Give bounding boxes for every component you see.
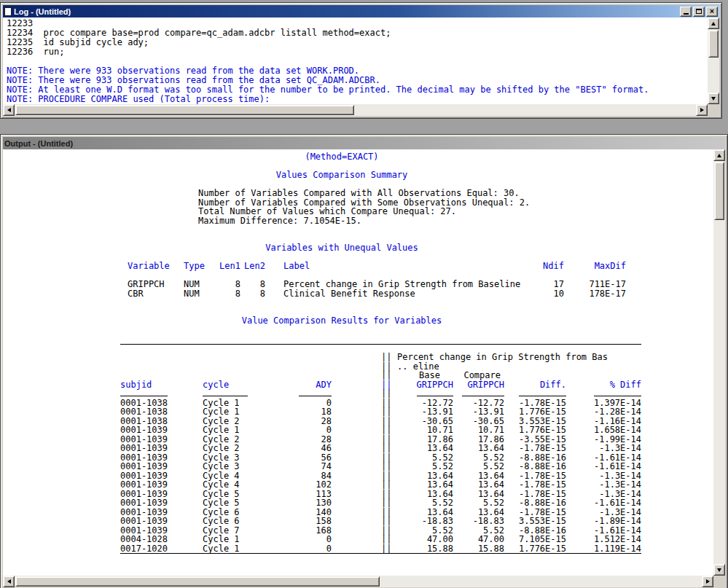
- cell-separator: ||: [332, 435, 415, 444]
- col-len1: Len1: [216, 262, 240, 271]
- cell-separator: ||: [332, 471, 415, 481]
- results-table-row: 0001-1038Cycle 118||-13.91-13.911.776E-1…: [120, 407, 713, 417]
- restore-icon: [696, 9, 702, 14]
- group-header-text: Percent change in Grip Strength from Bas: [397, 353, 641, 362]
- summary-line: Maximum Difference: 7.1054E-15.: [198, 216, 713, 226]
- log-vertical-scrollbar[interactable]: [708, 17, 719, 104]
- output-titlebar[interactable]: Output - (Untitled): [3, 137, 725, 149]
- cell-pct-diff: 1.119E-14: [566, 544, 641, 554]
- cell-cycle: Cycle 5: [203, 498, 262, 508]
- cell-separator: ||: [332, 508, 415, 517]
- log-titlebar[interactable]: Log - (Untitled) ×: [3, 5, 719, 17]
- cell-subjid: 0017-1020: [120, 544, 203, 554]
- cell-separator: ||: [332, 498, 415, 508]
- cell-base-grippch: 47.00: [415, 535, 453, 544]
- cell-cycle: Cycle 4: [203, 480, 262, 490]
- unequal-table-row: GRIPPCHNUM88Percent change in Grip Stren…: [128, 280, 713, 289]
- cell-diff: 7.105E-15: [504, 535, 566, 544]
- scroll-left-button[interactable]: [3, 576, 15, 587]
- arrow-down-icon: [711, 97, 716, 101]
- output-content[interactable]: (Method=EXACT) Values Comparison Summary…: [3, 149, 713, 576]
- cell-compare-grippch: 5.52: [453, 462, 504, 471]
- cell-pct-diff: -1.28E-14: [566, 407, 641, 417]
- scroll-thumb[interactable]: [15, 576, 380, 587]
- scroll-track[interactable]: [708, 29, 719, 93]
- scroll-left-button[interactable]: [3, 104, 15, 116]
- arrow-right-icon: [706, 579, 710, 584]
- scroll-right-button[interactable]: [702, 576, 713, 587]
- cell-base-grippch: -18.83: [415, 517, 453, 526]
- cell-cycle: Cycle 2: [203, 444, 262, 453]
- cell-pct-diff: -1.61E-14: [566, 462, 641, 471]
- cell-pct-diff: -1.61E-14: [566, 498, 641, 508]
- cell-ady: 28: [262, 417, 332, 426]
- scroll-track[interactable]: [15, 104, 696, 116]
- scroll-thumb[interactable]: [714, 162, 724, 220]
- cell-ady: 168: [262, 526, 332, 536]
- cell-compare-grippch: 5.52: [453, 498, 504, 508]
- column-separator: ||: [332, 371, 415, 380]
- scrollbar-corner: [713, 576, 725, 587]
- column-separator: ||: [332, 389, 415, 399]
- cell-diff: -8.88E-16: [504, 498, 566, 508]
- cell-ady: 0: [262, 426, 332, 435]
- results-table-row: 0004-1028Cycle 10||47.0047.007.105E-151.…: [120, 535, 713, 544]
- cell-type: NUM: [184, 280, 216, 289]
- cell-subjid: 0001-1039: [120, 426, 203, 435]
- cell-cycle: Cycle 1: [203, 535, 262, 544]
- cell-base-grippch: 5.52: [415, 498, 453, 508]
- cell-base-grippch: 5.52: [415, 462, 453, 471]
- cell-cycle: Cycle 6: [203, 517, 262, 526]
- cell-separator: ||: [332, 490, 415, 499]
- log-lines: 1223312234 proc compare base=prod compar…: [7, 19, 708, 104]
- scroll-down-button[interactable]: [713, 564, 725, 576]
- cell-len2: 8: [240, 280, 265, 289]
- scroll-thumb[interactable]: [15, 105, 354, 115]
- cell-compare-grippch: 47.00: [453, 535, 504, 544]
- cell-ndif: 17: [531, 280, 564, 289]
- output-vertical-scrollbar[interactable]: [713, 149, 725, 576]
- cell-separator: ||: [332, 544, 415, 554]
- results-table-row: 0001-1039Cycle 4102||13.6413.64-1.78E-15…: [120, 480, 713, 490]
- cell-variable: CBR: [128, 289, 184, 299]
- scroll-down-button[interactable]: [708, 93, 719, 104]
- cell-compare-grippch: 10.71: [453, 426, 504, 435]
- minimize-button[interactable]: [680, 7, 692, 17]
- col-variable: Variable: [128, 262, 184, 271]
- cell-separator: ||: [332, 535, 415, 544]
- results-table-row: 0001-1039Cycle 5130||5.525.52-8.88E-16-1…: [120, 498, 713, 508]
- cell-separator: ||: [332, 462, 415, 471]
- comparison-summary: Number of Variables Compared with All Ob…: [7, 189, 713, 225]
- results-subheader: || Base Compare: [120, 371, 713, 380]
- cell-separator: ||: [332, 480, 415, 490]
- close-button[interactable]: ×: [706, 7, 718, 17]
- cell-label: Percent change in Grip Strength from Bas…: [265, 280, 531, 289]
- col-diff: Diff.: [504, 380, 566, 390]
- scroll-track[interactable]: [15, 576, 702, 587]
- output-window-title: Output - (Untitled): [4, 139, 73, 148]
- scroll-thumb[interactable]: [708, 30, 719, 58]
- results-header-rule: ||: [120, 389, 713, 399]
- results-group-header: || Percent change in Grip Strength from …: [120, 353, 713, 362]
- cell-compare-grippch: -18.83: [453, 517, 504, 526]
- cell-cycle: Cycle 3: [203, 462, 262, 471]
- cell-pct-diff: -1.89E-14: [566, 517, 641, 526]
- cell-cycle: Cycle 1: [203, 544, 262, 554]
- sas-workspace: { "colors": { "note_blue": "#0000d4", "h…: [0, 0, 728, 588]
- scroll-right-button[interactable]: [696, 104, 708, 116]
- cell-ady: 158: [262, 517, 332, 526]
- cell-base-grippch: -13.91: [415, 407, 453, 417]
- log-content[interactable]: 1223312234 proc compare base=prod compar…: [3, 17, 708, 104]
- restore-button[interactable]: [693, 7, 705, 17]
- cell-separator: ||: [332, 399, 415, 408]
- scroll-up-button[interactable]: [708, 17, 719, 29]
- scroll-track[interactable]: [713, 161, 725, 564]
- cell-separator: ||: [332, 526, 415, 536]
- output-horizontal-scrollbar[interactable]: [3, 576, 713, 587]
- col-cycle: cycle: [203, 380, 262, 390]
- log-horizontal-scrollbar[interactable]: [3, 104, 708, 116]
- cell-subjid: 0001-1039: [120, 498, 203, 508]
- base-column-label: Base: [415, 371, 453, 380]
- cell-ady: 74: [262, 462, 332, 471]
- scroll-up-button[interactable]: [713, 149, 725, 161]
